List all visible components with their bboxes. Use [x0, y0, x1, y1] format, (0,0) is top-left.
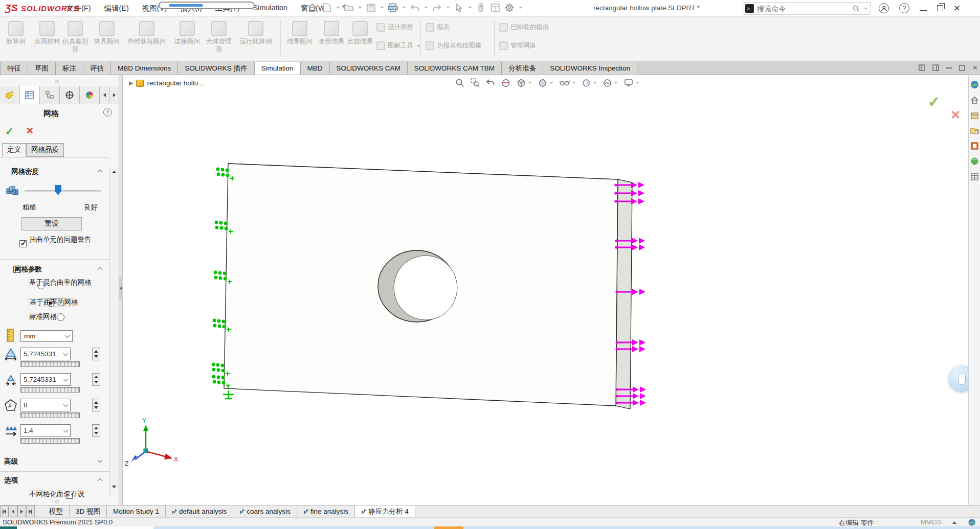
tab-scroll-first-icon[interactable]: [0, 505, 9, 517]
min-element-size-field[interactable]: 5.7245331: [20, 373, 71, 386]
advanced-header[interactable]: 高级: [4, 457, 18, 466]
search-input[interactable]: [757, 5, 850, 13]
external-loads-advisor-button[interactable]: 外部载荷顾问: [125, 20, 169, 45]
print-icon[interactable]: [387, 2, 398, 13]
splitter-handle[interactable]: [119, 277, 123, 300]
options-gear-icon[interactable]: [504, 2, 515, 13]
save-dropdown-icon[interactable]: [380, 7, 384, 9]
feature-manager-tab[interactable]: [0, 86, 20, 104]
view-palette-icon[interactable]: [970, 142, 979, 150]
user-account-icon[interactable]: [879, 3, 889, 13]
menu-simulation[interactable]: Simulation: [253, 4, 287, 13]
model-canvas[interactable]: Y X Z: [123, 75, 968, 505]
confirm-ok-icon[interactable]: ✓: [928, 94, 940, 110]
touch-mode-icon[interactable]: [475, 2, 486, 13]
property-manager-tab[interactable]: [20, 86, 40, 104]
menu-file[interactable]: 文件(F): [66, 4, 91, 13]
tab-scroll-prev-icon[interactable]: [9, 505, 17, 517]
home-tab-icon[interactable]: [970, 96, 979, 104]
distorted-elements-checkbox[interactable]: [19, 240, 27, 247]
save-icon[interactable]: [365, 2, 376, 13]
redo-icon[interactable]: [431, 2, 442, 13]
manager-tabs-scroll-right-icon[interactable]: [109, 86, 119, 104]
panel-scrollbar[interactable]: [109, 168, 119, 495]
new-document-dropdown-icon[interactable]: [336, 7, 340, 9]
panel-cancel-button[interactable]: ✕: [26, 125, 34, 137]
display-manager-tab[interactable]: [80, 86, 100, 104]
tab-mbd[interactable]: MBD: [301, 62, 330, 75]
apply-material-button[interactable]: 应用材料: [34, 20, 60, 45]
expand-pane-left-icon[interactable]: [919, 64, 925, 71]
growth-ratio-spinner[interactable]: [92, 424, 100, 437]
parameters-collapse-icon[interactable]: [98, 267, 103, 272]
home-icon[interactable]: [307, 2, 318, 13]
new-document-icon[interactable]: [321, 2, 332, 13]
density-collapse-icon[interactable]: [98, 170, 103, 175]
plot-tools-button[interactable]: 图解工具: [376, 41, 420, 50]
close-icon[interactable]: ✕: [953, 4, 961, 13]
configuration-manager-tab[interactable]: [40, 86, 60, 104]
tab-analysis-preparation[interactable]: 分析准备: [502, 62, 543, 75]
tab-solidworks-cam[interactable]: SOLIDWORKS CAM: [330, 62, 408, 75]
max-size-spinner[interactable]: [92, 348, 100, 360]
advanced-expand-icon[interactable]: [98, 458, 103, 463]
circle-elements-thumbwheel[interactable]: [20, 412, 80, 418]
results-advisor-button[interactable]: 结果顾问: [283, 20, 316, 45]
units-dropdown-icon[interactable]: [952, 521, 956, 524]
fine-analysis-tab[interactable]: fine analysis: [297, 505, 355, 517]
tab-scroll-last-icon[interactable]: [26, 505, 35, 517]
tab-evaluate[interactable]: 评估: [83, 62, 111, 75]
tab-mbd-dimensions[interactable]: MBD Dimensions: [111, 62, 178, 75]
panel-help-icon[interactable]: ?: [103, 108, 112, 117]
compare-results-button[interactable]: 比较结果: [347, 20, 373, 45]
search-magnifier-icon[interactable]: [853, 5, 860, 13]
open-dropdown-icon[interactable]: [358, 7, 362, 9]
file-explorer-icon[interactable]: [970, 126, 979, 135]
scroll-down-icon[interactable]: [112, 486, 116, 488]
coars-analysis-tab[interactable]: coars analysis: [233, 505, 297, 517]
standard-mesh-radio[interactable]: [57, 313, 64, 321]
circle-elements-spinner[interactable]: [92, 399, 100, 411]
custom-properties-icon[interactable]: [970, 172, 979, 181]
deformed-result-button[interactable]: 变形结果: [318, 20, 345, 45]
redo-dropdown-icon[interactable]: [446, 7, 450, 9]
mesh-density-slider-track[interactable]: [25, 190, 101, 192]
menu-edit[interactable]: 编辑(E): [104, 4, 129, 13]
tab-solidworks-addins[interactable]: SOLIDWORKS 插件: [178, 62, 254, 75]
motion-study-tab[interactable]: Motion Study 1: [107, 505, 166, 517]
print-dropdown-icon[interactable]: [402, 7, 406, 9]
confirm-cancel-icon[interactable]: ✕: [950, 108, 961, 122]
panel-splitter[interactable]: [119, 75, 123, 505]
status-globe-icon[interactable]: [968, 518, 976, 526]
unit-select[interactable]: mm: [20, 330, 73, 342]
panel-ok-button[interactable]: ✓: [5, 125, 14, 137]
default-analysis-tab[interactable]: default analysis: [166, 505, 233, 517]
definition-tab[interactable]: 定义: [2, 143, 26, 157]
connections-advisor-button[interactable]: 连接顾问: [171, 20, 204, 45]
open-icon[interactable]: [343, 2, 354, 13]
plot-tools-dropdown-icon[interactable]: [416, 45, 420, 47]
manage-network-button[interactable]: 管理网络: [499, 41, 536, 50]
expand-pane-right-icon[interactable]: [932, 64, 939, 71]
restore-icon[interactable]: [937, 5, 943, 11]
manager-tabs-scroll-left-icon[interactable]: [100, 86, 109, 104]
tab-solidworks-cam-tbm[interactable]: SOLIDWORKS CAM TBM: [408, 62, 502, 75]
pane-close-icon[interactable]: ✕: [972, 64, 978, 72]
pane-minimize-icon[interactable]: [946, 67, 952, 68]
fixtures-advisor-button[interactable]: 夹具顾问: [91, 20, 123, 45]
search-dropdown-icon[interactable]: [864, 8, 868, 10]
reset-button[interactable]: 重设: [21, 217, 82, 231]
command-search[interactable]: >_: [743, 2, 871, 15]
design-library-icon[interactable]: [970, 111, 979, 120]
growth-ratio-thumbwheel[interactable]: [20, 438, 80, 444]
mesh-quality-tab[interactable]: 网格品质: [26, 143, 64, 157]
shell-manager-button[interactable]: 壳体管理器: [206, 20, 232, 53]
options-header[interactable]: 选项: [4, 476, 18, 485]
report-button[interactable]: 报表: [426, 23, 450, 32]
tab-solidworks-inspection[interactable]: SOLIDWORKS Inspection: [543, 62, 637, 75]
include-image-for-report-button[interactable]: 为报表包括图像: [426, 41, 482, 50]
status-units[interactable]: MMGS: [921, 518, 941, 526]
tab-features[interactable]: 特征: [0, 62, 28, 75]
properties-icon[interactable]: [489, 2, 501, 13]
scroll-up-icon[interactable]: [112, 171, 116, 173]
